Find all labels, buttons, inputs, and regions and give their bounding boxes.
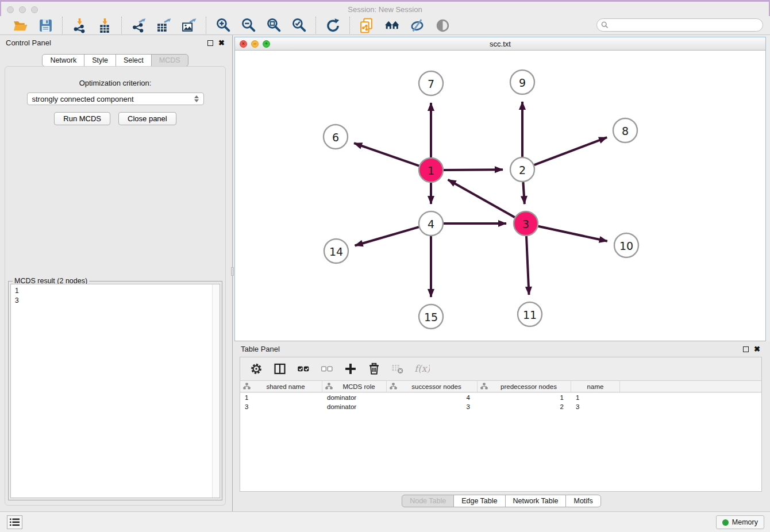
mcds-result-line: 1 [15,286,215,296]
clone-network-icon[interactable] [359,17,375,33]
mcds-result-textarea[interactable]: 13 [10,284,220,498]
table-cell: 1 [240,394,322,401]
edge-2-3[interactable] [523,182,524,204]
add-column-icon[interactable] [344,363,357,375]
table-cell: 3 [387,403,478,410]
import-table-icon[interactable] [97,17,113,33]
network-close-button[interactable]: × [240,40,247,48]
mcds-result-scrollbar[interactable] [212,284,220,498]
home-icon[interactable] [384,17,400,33]
table-tab-motifs[interactable]: Motifs [565,495,600,507]
run-mcds-button[interactable]: Run MCDS [54,112,110,125]
column-header-name[interactable]: name [571,381,620,392]
hide-graphics-details-icon[interactable] [409,17,425,33]
table-cell: 1 [478,394,571,401]
export-image-icon[interactable] [181,17,197,33]
node-2[interactable]: 2 [510,157,534,182]
table-panel: Table Panel ✖ f(x) shared nameMCDS roles… [233,341,770,511]
edge-3-10[interactable] [538,226,607,241]
node-1[interactable]: 1 [419,158,443,182]
node-9[interactable]: 9 [510,70,534,94]
toolbar-group [121,17,206,34]
edge-3-11[interactable] [526,236,529,295]
control-panel-close-icon[interactable]: ✖ [218,40,225,46]
import-network-icon[interactable] [71,17,87,33]
node-7[interactable]: 7 [419,71,443,95]
network-minimize-button[interactable]: – [251,40,259,48]
save-session-icon[interactable] [37,17,53,33]
node-11[interactable]: 11 [518,302,542,326]
network-window-title: scc.txt [235,40,765,48]
node-4[interactable]: 4 [419,211,443,236]
svg-text:14: 14 [329,245,343,258]
node-6[interactable]: 6 [324,125,348,149]
table-tabs: Node TableEdge TableNetwork TableMotifs [233,495,770,507]
zoom-in-icon[interactable] [215,17,231,33]
table-column-headers: shared nameMCDS rolesuccessor nodesprede… [240,380,761,392]
dropdown-stepper-icon [194,95,199,102]
export-table-icon[interactable] [156,17,172,33]
table-tab-node-table[interactable]: Node Table [402,495,454,507]
edge-1-2[interactable] [444,169,503,170]
table-panel-float-icon[interactable] [743,346,749,352]
export-network-icon[interactable] [130,17,147,33]
node-table-container: f(x) shared nameMCDS rolesuccessor nodes… [240,357,762,492]
tab-network[interactable]: Network [42,54,84,67]
column-header-predecessor-nodes[interactable]: predecessor nodes [478,381,571,392]
table-toolbar: f(x) [240,357,761,380]
edge-3-1[interactable] [448,180,515,218]
node-3[interactable]: 3 [514,211,538,236]
memory-button[interactable]: Memory [716,515,764,529]
open-session-icon[interactable] [12,17,28,33]
node-15[interactable]: 15 [419,304,443,329]
hide-columns-icon[interactable] [321,363,333,375]
table-row[interactable]: 1dominator411 [240,393,761,402]
network-maximize-button[interactable]: + [263,40,270,48]
table-row[interactable]: 3dominator323 [240,402,761,411]
mcds-result-group: MCDS result (2 nodes) 13 [8,281,222,500]
control-panel-float-icon[interactable] [207,40,213,46]
node-10[interactable]: 10 [614,233,638,257]
node-8[interactable]: 8 [613,118,637,142]
search-input[interactable] [611,21,759,29]
show-graphics-details-icon[interactable] [434,17,451,33]
table-body[interactable]: 1dominator4113dominator323 [240,393,761,491]
edge-1-6[interactable] [354,143,419,166]
network-view-window: scc.txt × – + 7968124314101511 [234,37,766,341]
mcds-result-lines: 13 [11,284,220,307]
app-window: { "window": { "title": "Session: New Ses… [0,0,770,532]
table-settings-icon[interactable] [250,363,263,375]
tab-mcds[interactable]: MCDS [151,54,188,67]
network-window-titlebar[interactable]: scc.txt × – + [235,37,765,51]
delete-column-icon[interactable] [368,363,380,375]
network-canvas[interactable]: 7968124314101511 [235,51,765,341]
tab-select[interactable]: Select [116,54,152,67]
zoom-selected-icon[interactable] [291,17,307,33]
tab-style[interactable]: Style [84,54,116,67]
toolbar-group [315,17,349,34]
show-columns-icon[interactable] [297,363,310,375]
shared-column-icon [243,383,251,390]
search-box[interactable] [596,18,763,32]
table-tab-edge-table[interactable]: Edge Table [453,495,505,507]
criterion-dropdown[interactable]: strongly connected component [27,92,204,105]
table-cell: 3 [571,403,620,410]
edge-2-8[interactable] [534,137,607,165]
zoom-out-icon[interactable] [240,17,256,33]
column-header-successor-nodes[interactable]: successor nodes [387,381,478,392]
zoom-fit-icon[interactable] [265,17,282,33]
column-header-shared-name[interactable]: shared name [240,381,322,392]
delete-table-icon [391,363,404,375]
node-14[interactable]: 14 [324,239,348,263]
table-panel-close-icon[interactable]: ✖ [754,346,760,352]
task-history-button[interactable] [7,515,22,529]
column-header-MCDS-role[interactable]: MCDS role [322,381,387,392]
refresh-icon[interactable] [325,17,341,33]
split-columns-icon[interactable] [274,363,286,375]
close-panel-button[interactable]: Close panel [118,112,176,125]
table-tab-network-table[interactable]: Network Table [505,495,567,507]
edge-4-14[interactable] [355,227,419,245]
divider-grip[interactable] [231,267,234,276]
network-canvas-svg[interactable]: 7968124314101511 [235,51,765,341]
toolbar-group [206,17,315,34]
